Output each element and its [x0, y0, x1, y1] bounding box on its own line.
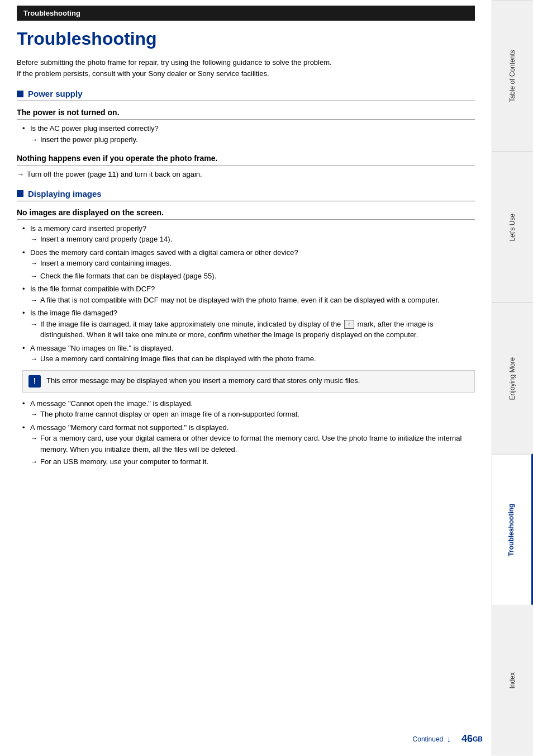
sidebar-tab-letsuse-label: Let's Use: [508, 214, 517, 242]
section-displaying-images: Displaying images: [17, 189, 475, 199]
bullet-item-4: Is the image file damaged? If the image …: [22, 308, 475, 341]
arrow-4: If the image file is damaged, it may tak…: [30, 319, 475, 341]
arrow-1: Insert a memory card properly (page 14).: [30, 234, 475, 245]
section-power-supply: Power supply: [17, 89, 475, 98]
section-divider-display: [17, 201, 475, 201]
bullet-item-1: Is a memory card inserted properly? Inse…: [22, 223, 475, 245]
bullet-list-after-warning: A message "Cannot open the image." is di…: [17, 398, 475, 467]
sidebar-tab-toc-label: Table of Contents: [508, 50, 517, 102]
intro-line1: Before submitting the photo frame for re…: [17, 57, 475, 68]
bullet-item-2: Does the memory card contain images save…: [22, 247, 475, 282]
sidebar-tab-toc[interactable]: Table of Contents: [492, 0, 533, 152]
image-damaged-icon: ⌂: [344, 320, 354, 329]
problem-power-not-on: The power is not turned on. Is the AC po…: [17, 108, 475, 145]
sidebar-tab-troubleshooting-label: Troubleshooting: [507, 504, 516, 556]
breadcrumb-bar: Troubleshooting: [17, 6, 475, 21]
arrow-7a: For a memory card, use your digital came…: [30, 433, 475, 455]
sidebar-tab-enjoying[interactable]: Enjoying More: [492, 303, 533, 454]
warning-icon: !: [28, 375, 41, 388]
bullet-item-3: Is the file format compatible with DCF? …: [22, 284, 475, 305]
continued-label: Continued: [413, 735, 444, 743]
intro-line2: If the problem persists, consult with yo…: [17, 68, 475, 79]
page-number: 46GB: [461, 733, 483, 745]
arrow-item: Insert the power plug properly.: [30, 134, 475, 145]
intro-text: Before submitting the photo frame for re…: [17, 57, 475, 79]
arrow-item-nothing: Turn off the power (page 11) and turn it…: [17, 169, 475, 180]
problem-nothing-happens: Nothing happens even if you operate the …: [17, 154, 475, 180]
sidebar-tab-index[interactable]: Index: [492, 605, 533, 756]
section-heading-label-display: Displaying images: [28, 189, 102, 199]
arrow-5: Use a memory card containing image files…: [30, 353, 475, 365]
problem-heading-noimages: No images are displayed on the screen.: [17, 208, 475, 220]
sidebar-tab-enjoying-label: Enjoying More: [508, 357, 517, 400]
arrow-3: A file that is not compatible with DCF m…: [30, 295, 475, 306]
sidebar-tab-troubleshooting[interactable]: Troubleshooting: [492, 454, 533, 606]
section-icon: [17, 91, 23, 97]
bullet-list-power: Is the AC power plug inserted correctly?…: [17, 123, 475, 145]
warning-box: ! This error message may be displayed wh…: [22, 370, 475, 393]
problem-no-images: No images are displayed on the screen. I…: [17, 208, 475, 467]
section-icon-display: [17, 190, 23, 197]
arrow-7b: For an USB memory, use your computer to …: [30, 456, 475, 467]
arrow-6: The photo frame cannot display or open a…: [30, 409, 475, 420]
breadcrumb-label: Troubleshooting: [23, 9, 80, 17]
page-title: Troubleshooting: [17, 26, 475, 49]
problem-heading-nothing: Nothing happens even if you operate the …: [17, 154, 475, 166]
bullet-list-noimages: Is a memory card inserted properly? Inse…: [17, 223, 475, 365]
sidebar: Table of Contents Let's Use Enjoying Mor…: [492, 0, 533, 756]
section-divider: [17, 101, 475, 101]
arrow-2b: Check the file formats that can be displ…: [30, 271, 475, 282]
page-footer: Continued ↓ 46GB: [413, 733, 483, 745]
bullet-item-5: A message "No images on file." is displa…: [22, 343, 475, 365]
arrow-2a: Insert a memory card containing images.: [30, 258, 475, 269]
bullet-item-6: A message "Cannot open the image." is di…: [22, 398, 475, 420]
continued-arrow: ↓: [446, 734, 451, 744]
warning-text: This error message may be displayed when…: [46, 375, 360, 386]
sidebar-tab-letsuse[interactable]: Let's Use: [492, 152, 533, 303]
problem-heading-power: The power is not turned on.: [17, 108, 475, 120]
section-heading-label: Power supply: [28, 89, 83, 98]
sidebar-tab-index-label: Index: [508, 673, 517, 689]
bullet-item-7: A message "Memory card format not suppor…: [22, 422, 475, 467]
bullet-item: Is the AC power plug inserted correctly?…: [22, 123, 475, 145]
